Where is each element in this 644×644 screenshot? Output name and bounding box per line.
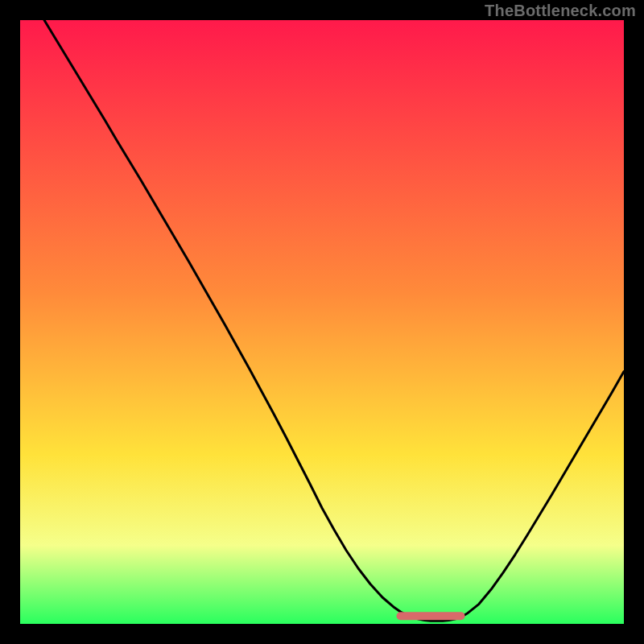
watermark-text: TheBottleneck.com bbox=[485, 2, 636, 20]
chart-frame: TheBottleneck.com bbox=[0, 0, 644, 644]
chart-plot-area bbox=[20, 20, 624, 624]
chart-svg bbox=[20, 20, 624, 624]
gradient-background bbox=[20, 20, 624, 624]
